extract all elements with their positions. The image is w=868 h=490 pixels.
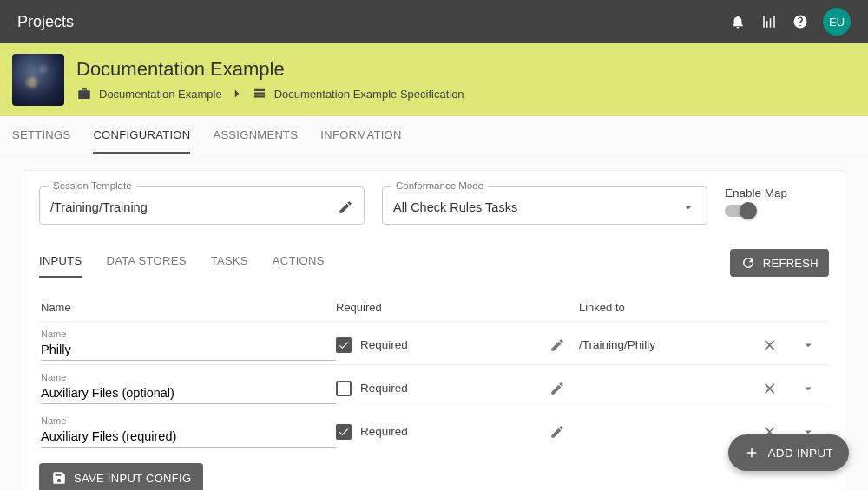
edit-session-template-button[interactable] — [338, 199, 353, 215]
table-row: Name Required — [39, 408, 829, 451]
plus-icon — [744, 445, 760, 461]
linked-to-value: /Training/Philly — [579, 338, 751, 351]
required-checkbox[interactable] — [336, 337, 352, 353]
col-linked: Linked to — [579, 301, 751, 314]
required-checkbox[interactable] — [336, 424, 352, 440]
save-input-config-button[interactable]: SAVE INPUT CONFIG — [39, 463, 203, 490]
enable-map-label: Enable Map — [725, 186, 829, 199]
col-required: Required — [336, 301, 536, 314]
subtab-tasks[interactable]: TASKS — [211, 247, 248, 278]
subtab-inputs[interactable]: INPUTS — [39, 247, 82, 278]
edit-row-button[interactable] — [536, 337, 579, 353]
input-name-field[interactable] — [41, 382, 336, 404]
session-template-label: Session Template — [49, 180, 136, 191]
expand-row-button[interactable] — [789, 381, 827, 396]
edit-row-button[interactable] — [536, 381, 579, 396]
expand-row-button[interactable] — [789, 337, 827, 353]
edit-row-button[interactable] — [536, 424, 579, 440]
notifications-icon[interactable] — [722, 6, 753, 37]
required-label: Required — [360, 338, 408, 351]
briefcase-icon — [76, 86, 92, 101]
project-thumbnail — [12, 54, 64, 106]
enable-map-control: Enable Map — [725, 186, 829, 217]
breadcrumb: Documentation Example Documentation Exam… — [76, 86, 464, 101]
session-template-field[interactable]: Session Template /Training/Training — [39, 186, 365, 225]
breadcrumb-root[interactable]: Documentation Example — [99, 88, 222, 101]
config-card: Session Template /Training/Training Conf… — [23, 170, 845, 490]
tab-assignments[interactable]: ASSIGNMENTS — [213, 116, 298, 154]
required-label: Required — [360, 382, 408, 395]
input-name-field[interactable] — [41, 426, 336, 448]
name-field-label: Name — [41, 329, 336, 339]
name-field-label: Name — [41, 372, 336, 382]
tab-settings[interactable]: SETTINGS — [12, 116, 70, 154]
sub-tabs: INPUTS DATA STORES TASKS ACTIONS — [39, 247, 730, 278]
app-bar: Projects EU — [0, 0, 868, 43]
page-title: Documentation Example — [76, 58, 464, 81]
add-input-button[interactable]: ADD INPUT — [728, 434, 849, 471]
tab-information[interactable]: INFORMATION — [320, 116, 401, 154]
conformance-mode-select[interactable]: Conformance Mode All Check Rules Tasks — [382, 186, 707, 225]
analytics-icon[interactable] — [753, 6, 785, 37]
required-checkbox[interactable] — [336, 381, 352, 396]
app-title: Projects — [17, 13, 722, 31]
conformance-mode-label: Conformance Mode — [391, 180, 488, 191]
required-label: Required — [360, 425, 408, 438]
project-banner: Documentation Example Documentation Exam… — [0, 43, 868, 116]
inputs-table: Name Required Linked to Name Required /T… — [39, 296, 829, 451]
breadcrumb-leaf[interactable]: Documentation Example Specification — [274, 88, 464, 101]
name-field-label: Name — [41, 415, 336, 426]
subtab-data-stores[interactable]: DATA STORES — [106, 247, 186, 278]
refresh-icon — [740, 255, 756, 271]
enable-map-switch[interactable] — [725, 205, 754, 217]
list-icon — [252, 86, 267, 101]
refresh-button[interactable]: REFRESH — [730, 249, 829, 277]
main-tabs: SETTINGS CONFIGURATION ASSIGNMENTS INFOR… — [0, 116, 868, 154]
chevron-right-icon — [229, 86, 245, 101]
delete-row-button[interactable] — [751, 381, 789, 396]
tab-configuration[interactable]: CONFIGURATION — [93, 116, 190, 154]
table-row: Name Required /Training/Philly — [39, 321, 829, 364]
conformance-mode-value: All Check Rules Tasks — [393, 200, 681, 214]
table-row: Name Required — [39, 364, 829, 408]
save-icon — [51, 470, 67, 486]
col-name: Name — [41, 301, 336, 314]
help-icon[interactable] — [785, 6, 816, 37]
avatar[interactable]: EU — [823, 8, 851, 36]
delete-row-button[interactable] — [751, 337, 789, 353]
session-template-value: /Training/Training — [50, 200, 338, 214]
subtab-actions[interactable]: ACTIONS — [273, 247, 325, 278]
caret-down-icon — [681, 199, 696, 215]
input-name-field[interactable] — [41, 339, 336, 361]
